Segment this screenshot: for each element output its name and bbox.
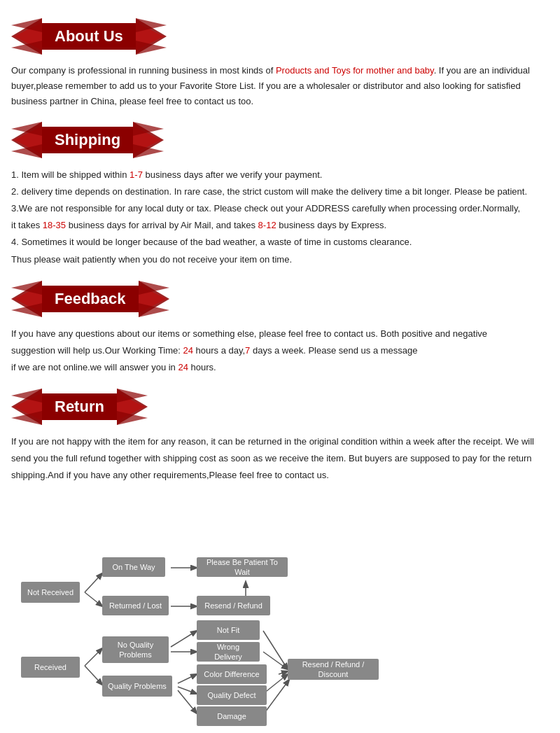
shipping-item-3: 3.We are not responsible for any local d… — [11, 200, 549, 234]
svg-line-33 — [85, 592, 102, 606]
fc-quality-defect: Quality Defect — [197, 685, 267, 705]
feedback-section: Feedback If you have any questions about… — [11, 281, 549, 376]
return-title: Return — [42, 393, 117, 420]
shipping-days-highlight: 1-7 — [130, 169, 143, 180]
fc-not-fit: Not Fit — [197, 620, 260, 640]
shipping-item-2: 2. delivery time depends on destination.… — [11, 183, 549, 200]
return-content: If you are not happy with the item for a… — [11, 433, 549, 484]
fc-damage: Damage — [197, 706, 267, 726]
return-left-wing-icon — [11, 389, 42, 425]
flowchart-svg — [11, 512, 543, 694]
feedback-line3-after: hours. — [188, 362, 216, 372]
about-highlight: Products and Toys for mother and baby — [276, 65, 434, 76]
feedback-line2: suggestion will help us.Our Working Time… — [11, 342, 549, 359]
fc-wrong-delivery: Wrong Delivery — [197, 642, 260, 662]
about-section: About Us Our company is professional in … — [11, 18, 549, 109]
shipping-left-wing-icon — [11, 122, 42, 158]
about-title: About Us — [42, 23, 136, 50]
shipping-right-wing-icon — [133, 122, 164, 158]
feedback-header: Feedback — [11, 281, 549, 317]
return-right-wing-icon — [117, 389, 148, 425]
feedback-left-wing-icon — [11, 281, 42, 317]
feedback-line2-before: suggestion will help us.Our Working Time… — [11, 345, 183, 356]
feedback-content: If you have any questions about our item… — [11, 326, 549, 376]
flowchart: Not Received On The Way Returned / Lost … — [11, 512, 543, 694]
feedback-right-wing-icon — [139, 281, 169, 317]
svg-line-32 — [85, 573, 102, 592]
fc-quality-problems: Quality Problems — [102, 676, 172, 697]
feedback-24h-highlight: 24 — [183, 345, 192, 356]
svg-line-48 — [263, 680, 289, 715]
shipping-item-5: Thus please wait patiently when you do n… — [11, 251, 549, 268]
feedback-line3: if we are not online.we will answer you … — [11, 359, 549, 376]
shipping-express-highlight: 8-12 — [258, 220, 276, 230]
svg-line-42 — [178, 687, 197, 694]
feedback-line2-mid: hours a day, — [193, 345, 245, 356]
return-section: Return If you are not happy with the ite… — [11, 389, 549, 484]
fc-no-quality-problems: No Quality Problems — [102, 636, 169, 663]
feedback-line1: If you have any questions about our item… — [11, 326, 549, 342]
shipping-content: 1. Item will be shipped within 1-7 busin… — [11, 167, 549, 267]
svg-line-43 — [178, 690, 197, 713]
fc-please-be-patient: Please Be Patient To Wait — [197, 557, 288, 577]
shipping-section: Shipping 1. Item will be shipped within … — [11, 122, 549, 267]
feedback-line3-before: if we are not online.we will answer you … — [11, 362, 178, 372]
fc-returned-lost: Returned / Lost — [102, 596, 169, 615]
return-header: Return — [11, 389, 549, 425]
about-right-wing-icon — [136, 18, 167, 55]
shipping-airmail-highlight: 18-35 — [43, 220, 66, 230]
svg-line-38 — [85, 666, 102, 685]
feedback-24h2-highlight: 24 — [178, 362, 188, 372]
svg-line-39 — [171, 631, 197, 647]
svg-line-37 — [85, 648, 102, 666]
svg-line-45 — [263, 652, 288, 669]
about-content: Our company is professional in running b… — [11, 63, 549, 109]
about-header: About Us — [11, 18, 549, 55]
fc-received: Received — [21, 657, 80, 678]
feedback-line2-after: days a week. Please send us a message — [250, 345, 417, 356]
feedback-title: Feedback — [42, 286, 139, 312]
fc-color-difference: Color Difference — [197, 664, 267, 684]
fc-not-received: Not Received — [21, 582, 80, 603]
fc-on-the-way: On The Way — [102, 557, 165, 577]
svg-line-47 — [263, 674, 288, 694]
shipping-header: Shipping — [11, 122, 549, 158]
shipping-item-4: 4. Sometimes it would be longer because … — [11, 234, 549, 251]
svg-line-41 — [178, 674, 197, 683]
about-text-before: Our company is professional in running b… — [11, 65, 276, 76]
svg-line-44 — [263, 631, 288, 669]
shipping-title: Shipping — [42, 127, 133, 153]
svg-line-46 — [279, 671, 288, 674]
about-left-wing-icon — [11, 18, 42, 55]
fc-resend-refund-discount: Resend / Refund / Discount — [288, 659, 379, 680]
shipping-item-1: 1. Item will be shipped within 1-7 busin… — [11, 167, 549, 183]
fc-resend-refund: Resend / Refund — [197, 596, 270, 615]
